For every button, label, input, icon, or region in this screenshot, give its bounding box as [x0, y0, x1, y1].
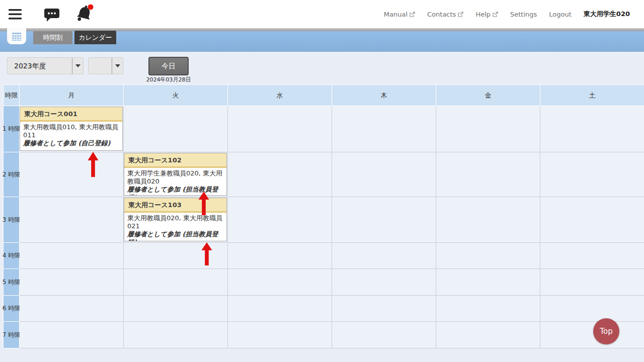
timetable-cell [540, 269, 644, 296]
period-label-7: 7 時限 [4, 322, 20, 348]
timetable-cell [228, 106, 332, 152]
course-title: 東大用コース103 [124, 198, 226, 213]
course-card-103[interactable]: 東大用コース103 東大用教職員020, 東大用教職員021 履修者として参加 … [124, 198, 227, 241]
timetable-cell [540, 106, 644, 152]
timetable-cell [332, 269, 436, 296]
course-card-001[interactable]: 東大用コース001 東大用教職員010, 東大用教職員011 履修者として参加 … [20, 107, 123, 151]
timetable-cell [436, 197, 540, 243]
period-label-2: 2 時限 [4, 152, 20, 197]
annotation-arrow-icon [88, 152, 99, 177]
annotation-arrow-icon [201, 242, 212, 265]
timetable-cell [20, 152, 124, 197]
timetable-cell [20, 269, 124, 296]
timetable-cell [124, 322, 228, 348]
timetable-grid: 時限 月 火 水 木 金 土 1 時限 東大用コース001 東大用教職員010,… [3, 84, 644, 348]
timetable-cell [436, 322, 540, 348]
timetable-cell [436, 269, 540, 296]
timetable-cell [436, 152, 540, 197]
day-header-wed: 水 [228, 85, 332, 106]
course-members: 東大用教職員020, 東大用教職員021 [127, 214, 222, 230]
manual-link[interactable]: Manual [384, 11, 415, 18]
day-header-mon: 月 [20, 85, 124, 106]
timetable-cell [228, 296, 332, 322]
chat-icon[interactable] [43, 6, 60, 23]
course-members: 東大用学生兼教職員020, 東大用教職員020 [127, 169, 222, 185]
course-title: 東大用コース001 [20, 107, 122, 122]
annotation-arrow-icon [198, 192, 209, 215]
period-label-3: 3 時限 [4, 197, 20, 243]
timetable-cell [228, 269, 332, 296]
external-link-icon [458, 12, 463, 17]
day-header-fri: 金 [436, 85, 540, 106]
course-card-102[interactable]: 東大用コース102 東大用学生兼教職員020, 東大用教職員020 履修者として… [124, 153, 227, 196]
corner-header: 時限 [4, 85, 20, 106]
timetable-cell [124, 296, 228, 322]
course-role: 履修者として参加 (自己登録) [23, 139, 119, 147]
timetable-cell [332, 322, 436, 348]
term-select[interactable] [88, 57, 123, 74]
timetable-cell [20, 322, 124, 348]
timetable-cell [124, 269, 228, 296]
contacts-link[interactable]: Contacts [427, 11, 463, 18]
current-username: 東大用学生020 [584, 10, 630, 19]
timetable-cell [540, 296, 644, 322]
settings-link[interactable]: Settings [510, 11, 537, 18]
timetable-cell [332, 197, 436, 243]
timetable-cell [124, 106, 228, 152]
current-date-label: 2024年03月28日 [138, 76, 199, 83]
course-members: 東大用教職員010, 東大用教職員011 [23, 123, 118, 139]
course-role: 履修者として参加 (担当教員登録) [127, 230, 223, 241]
timetable-cell [228, 197, 332, 243]
help-link[interactable]: Help [475, 11, 498, 18]
timetable-cell [20, 197, 124, 243]
today-button[interactable]: 今日 [148, 57, 189, 75]
period-label-5: 5 時限 [4, 269, 20, 296]
tab-calendar[interactable]: カレンダー [74, 31, 116, 44]
timetable-cell [540, 243, 644, 269]
timetable-cell [436, 106, 540, 152]
timetable-cell: 東大用コース102 東大用学生兼教職員020, 東大用教職員020 履修者として… [124, 152, 228, 197]
timetable-cell [332, 243, 436, 269]
timetable-cell [540, 152, 644, 197]
day-header-tue: 火 [124, 85, 228, 106]
year-select[interactable]: 2023年度 [7, 57, 84, 74]
chevron-down-icon [72, 58, 83, 74]
timetable-cell [332, 296, 436, 322]
notification-bell-icon[interactable] [73, 3, 95, 25]
period-label-4: 4 時限 [4, 243, 20, 269]
period-label-6: 6 時限 [4, 296, 20, 322]
logout-link[interactable]: Logout [549, 11, 572, 18]
external-link-icon [493, 12, 498, 17]
timetable-cell [540, 197, 644, 243]
timetable-cell [20, 243, 124, 269]
timetable-module-button[interactable] [7, 28, 26, 44]
timetable-cell [228, 243, 332, 269]
hamburger-menu-icon[interactable] [9, 9, 22, 20]
scroll-to-top-button[interactable]: Top [593, 318, 619, 344]
timetable-cell [332, 152, 436, 197]
timetable-cell [20, 296, 124, 322]
timetable-cell: 東大用コース103 東大用教職員020, 東大用教職員021 履修者として参加 … [124, 197, 228, 243]
timetable-cell [540, 322, 644, 348]
course-title: 東大用コース102 [124, 153, 226, 168]
notification-badge [88, 5, 94, 10]
top-links: Manual Contacts Help Settings Logout 東大用… [384, 0, 630, 28]
timetable-cell [228, 152, 332, 197]
external-link-icon [410, 12, 415, 17]
tab-timetable[interactable]: 時間割 [33, 31, 72, 44]
chevron-down-icon [112, 58, 123, 74]
timetable-cell [228, 322, 332, 348]
timetable-grid-icon [12, 32, 22, 41]
timetable-cell [436, 243, 540, 269]
timetable-cell: 東大用コース001 東大用教職員010, 東大用教職員011 履修者として参加 … [20, 106, 124, 152]
day-header-thu: 木 [332, 85, 436, 106]
timetable-cell [436, 296, 540, 322]
timetable-cell [332, 106, 436, 152]
day-header-sat: 土 [540, 85, 644, 106]
period-label-1: 1 時限 [4, 106, 20, 152]
top-bar: Manual Contacts Help Settings Logout 東大用… [0, 0, 644, 28]
